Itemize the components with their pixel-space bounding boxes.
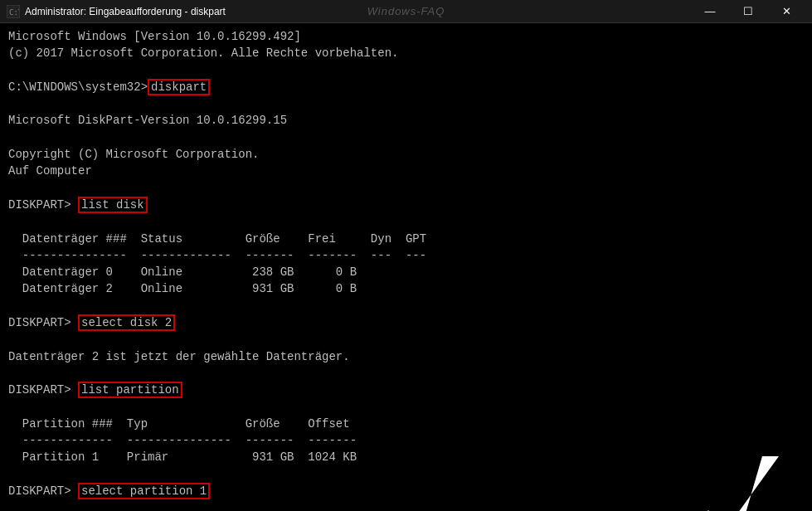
line-2: (c) 2017 Microsoft Corporation. Alle Rec… bbox=[8, 45, 804, 61]
line-28: DISKPART> select partition 1 bbox=[8, 483, 804, 499]
cmd-select-partition: select partition 1 bbox=[78, 483, 210, 499]
line-6: Microsoft DiskPart-Version 10.0.16299.15 bbox=[8, 112, 804, 129]
close-button[interactable]: ✕ bbox=[767, 0, 805, 23]
line-1: Microsoft Windows [Version 10.0.16299.49… bbox=[8, 28, 804, 45]
window: C:\ Administrator: Eingabeaufforderung -… bbox=[0, 0, 812, 511]
line-16: Datenträger 2 Online 931 GB 0 B bbox=[8, 280, 804, 297]
line-14: --------------- ------------- ------- --… bbox=[8, 247, 804, 264]
line-15: Datenträger 0 Online 238 GB 0 B bbox=[8, 264, 804, 280]
line-20: Datenträger 2 ist jetzt der gewählte Dat… bbox=[8, 348, 804, 365]
line-3 bbox=[8, 62, 804, 79]
line-19 bbox=[8, 331, 804, 348]
title-bar-controls: — ☐ ✕ bbox=[691, 0, 805, 23]
line-26: Partition 1 Primär 931 GB 1024 KB bbox=[8, 449, 804, 465]
line-29 bbox=[8, 499, 804, 511]
line-22: DISKPART> list partition bbox=[8, 382, 804, 398]
line-23 bbox=[8, 399, 804, 416]
line-18: DISKPART> select disk 2 bbox=[8, 314, 804, 331]
line-13: Datenträger ### Status Größe Frei Dyn GP… bbox=[8, 231, 804, 247]
line-12 bbox=[8, 213, 804, 230]
console-content: Microsoft Windows [Version 10.0.16299.49… bbox=[8, 28, 804, 511]
cmd-list-disk: list disk bbox=[78, 197, 148, 213]
title-bar: C:\ Administrator: Eingabeaufforderung -… bbox=[0, 0, 812, 23]
cmd-icon: C:\ bbox=[7, 5, 20, 18]
maximize-button[interactable]: ☐ bbox=[729, 0, 767, 23]
line-17 bbox=[8, 298, 804, 314]
line-21 bbox=[8, 365, 804, 382]
line-25: ------------- --------------- ------- --… bbox=[8, 432, 804, 449]
line-27 bbox=[8, 466, 804, 483]
line-8: Copyright (C) Microsoft Corporation. bbox=[8, 146, 804, 163]
line-4: C:\WINDOWS\system32>diskpart bbox=[8, 79, 804, 95]
minimize-button[interactable]: — bbox=[691, 0, 729, 23]
line-5 bbox=[8, 95, 804, 112]
line-11: DISKPART> list disk bbox=[8, 197, 804, 213]
cmd-select-disk: select disk 2 bbox=[78, 314, 175, 331]
svg-text:C:\: C:\ bbox=[9, 8, 19, 17]
line-24: Partition ### Typ Größe Offset bbox=[8, 416, 804, 432]
window-title: Administrator: Eingabeaufforderung - dis… bbox=[25, 6, 226, 17]
line-9: Auf Computer bbox=[8, 163, 804, 179]
line-7 bbox=[8, 129, 804, 146]
watermark: Windows-FAQ bbox=[367, 5, 445, 17]
line-10 bbox=[8, 180, 804, 197]
cmd-diskpart: diskpart bbox=[148, 79, 210, 95]
cmd-list-partition: list partition bbox=[78, 382, 182, 398]
title-bar-left: C:\ Administrator: Eingabeaufforderung -… bbox=[7, 5, 226, 18]
console-area: Microsoft Windows [Version 10.0.16299.49… bbox=[0, 23, 812, 511]
